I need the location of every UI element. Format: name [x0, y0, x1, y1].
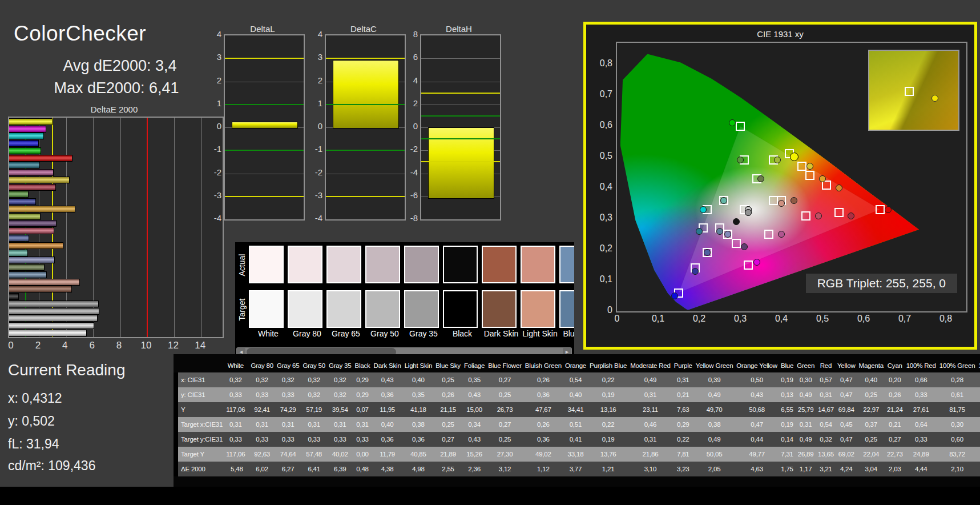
- deltah-plot-area: [420, 34, 501, 221]
- deltae-bar-Moderate Red: [9, 227, 54, 234]
- cell-ΔE 2000-Blue Flower: 3,12: [486, 462, 523, 476]
- target-swatch-Gray 65: [326, 290, 361, 328]
- deltae-bar-Dark Skin: [9, 286, 72, 292]
- cell-ΔE 2000-Magenta: 3,04: [857, 462, 885, 476]
- live-measurement-dot: [790, 153, 798, 161]
- cell-Target y:CIE31-Blue Flower: 0,25: [486, 432, 523, 447]
- swatch-label: White: [249, 329, 288, 338]
- column-header-Gray 35: Gray 35: [327, 359, 353, 372]
- cell-y: CIE31-Blue Flower: 0,25: [486, 387, 523, 402]
- cie-y-tick-0,4: 0,4: [590, 182, 612, 192]
- table-corner: [176, 359, 224, 372]
- measured-dot-Gray 35: [745, 209, 752, 216]
- y-tick-label-2: 2: [310, 75, 322, 85]
- gridline-y-2: [225, 82, 304, 82]
- cell-Target y:CIE31-Black: 0,33: [353, 432, 372, 447]
- cell-ΔE 2000-Gray 50: 6,41: [301, 462, 327, 476]
- cie-1931-panel: CIE 1931 xy: [583, 22, 977, 350]
- target-square-Red: [834, 208, 844, 217]
- measured-dot-Light Skin: [778, 200, 785, 207]
- threshold-line--1: [225, 150, 304, 151]
- table-row-Y: Y117,0692,4174,2957,1939,540,0711,9541,1…: [176, 402, 980, 417]
- cell-x: CIE31-Gray 65: 0,32: [275, 372, 301, 387]
- deltal-plot-area: [224, 34, 305, 221]
- cell-Target y:CIE31-Red: 0,32: [816, 432, 836, 447]
- row-label: Target y:CIE31: [176, 432, 224, 447]
- actual-swatch-cell: [249, 246, 288, 282]
- cell-y: CIE31-Red: 0,31: [816, 387, 836, 402]
- cell-Y-Red: 14,67: [816, 402, 836, 417]
- cell-Target x:CIE31-100% Blue: 0,15: [977, 417, 980, 432]
- cell-x: CIE31-Orange: 0,54: [563, 372, 588, 387]
- cell-Target y:CIE31-Magenta: 0,25: [857, 432, 885, 447]
- cell-y: CIE31-100% Green: 0,61: [938, 387, 977, 402]
- y-tick-label-4: 4: [209, 29, 221, 39]
- gridline-y--2: [326, 174, 405, 174]
- actual-swatch-Gray 50: [365, 246, 400, 283]
- cell-x: CIE31-Purplish Blue: 0,22: [588, 372, 628, 387]
- actual-swatch-cell: [288, 246, 326, 282]
- x-tick-label-4: 4: [62, 340, 67, 351]
- actual-swatch-row: [249, 246, 574, 282]
- measured-dot-100% Red: [885, 206, 892, 213]
- measured-dot-Foliage: [757, 175, 764, 182]
- target-swatch-cell: [365, 290, 404, 327]
- cell-Y-Orange: 34,41: [563, 402, 588, 417]
- target-square-100% Red: [876, 205, 885, 214]
- cell-Target x:CIE31-Green: 0,31: [795, 417, 816, 432]
- cell-Y-Blue Flower: 26,73: [486, 402, 523, 417]
- measured-dot-Moderate Red: [815, 213, 822, 219]
- cell-Y-Bluish Green: 47,67: [523, 402, 563, 417]
- swatch-label: Gray 50: [365, 329, 404, 338]
- cell-y: CIE31-Gray 35: 0,32: [327, 387, 353, 402]
- y-tick-label--3: -3: [310, 190, 322, 200]
- deltal-chart-title: DeltaL: [223, 24, 303, 34]
- target-square-Magenta: [764, 230, 773, 239]
- threshold-line--3: [225, 196, 304, 197]
- measured-dot-Yellow: [806, 163, 813, 170]
- cell-ΔE 2000-Blue Sky: 2,55: [434, 462, 462, 476]
- cie-y-tick-0: 0: [590, 305, 612, 315]
- column-header-100% Green: 100% Green: [938, 359, 977, 372]
- cell-Target Y-Yellow: 69,02: [836, 447, 857, 462]
- cie-x-tick-0,3: 0,3: [734, 314, 747, 324]
- threshold-line-3: [225, 58, 304, 59]
- cell-Target Y-Blue Flower: 27,30: [486, 447, 523, 462]
- actual-swatch-Gray 65: [326, 246, 361, 283]
- y-tick-label--4: -4: [405, 167, 418, 177]
- threshold-line--1: [421, 138, 500, 139]
- deltac-chart-title: DeltaC: [324, 24, 404, 34]
- cie-y-tick-0,3: 0,3: [590, 213, 612, 223]
- deltah-chart: DeltaH 86420-2-4-6-8: [405, 24, 501, 231]
- cell-Target Y-Gray 35: 40,02: [327, 447, 353, 462]
- measured-dot-100% Cyan: [700, 206, 707, 213]
- cell-x: CIE31-Blue Flower: 0,27: [486, 372, 523, 387]
- deltae-bar-Green: [9, 191, 29, 198]
- target-square-Light Skin: [769, 196, 778, 205]
- cell-Target y:CIE31-100% Green: 0,60: [938, 432, 977, 447]
- deltae2000-chart: DeltaE 2000 02468101214: [6, 105, 224, 356]
- y-tick-label-3: 3: [209, 52, 221, 62]
- y-tick-label-8: 8: [405, 29, 418, 39]
- target-swatch-cell: [559, 290, 574, 327]
- target-swatch-cell: [404, 290, 443, 327]
- measurement-table: WhiteGray 80Gray 65Gray 50Gray 35BlackDa…: [174, 354, 980, 505]
- cie-plot-area: RGB Triplet: 255, 255, 0: [616, 42, 967, 312]
- measured-dot-100% Magenta: [753, 259, 760, 266]
- cell-x: CIE31-100% Green: 0,28: [938, 372, 977, 387]
- cell-Target Y-Gray 50: 57,48: [301, 447, 327, 462]
- cell-x: CIE31-Dark Skin: 0,43: [372, 372, 403, 387]
- cell-x: CIE31-Moderate Red: 0,49: [628, 372, 672, 387]
- cell-Target x:CIE31-Light Skin: 0,38: [403, 417, 434, 432]
- cell-Y-Foliage: 15,00: [462, 402, 486, 417]
- deltae-bar-Purplish Blue: [9, 235, 29, 242]
- cell-y: CIE31-100% Red: 0,33: [905, 387, 938, 402]
- column-header-Light Skin: Light Skin: [403, 359, 434, 372]
- cell-Y-Gray 65: 74,29: [275, 402, 301, 417]
- column-header-Orange Yellow: Orange Yellow: [735, 359, 779, 372]
- threshold-line-3: [326, 58, 405, 59]
- cell-Target Y-Purple: 7,81: [672, 447, 694, 462]
- cell-y: CIE31-Purple: 0,21: [672, 387, 694, 402]
- column-header-Gray 80: Gray 80: [249, 359, 275, 372]
- measured-dot-Yellow Green: [774, 157, 781, 163]
